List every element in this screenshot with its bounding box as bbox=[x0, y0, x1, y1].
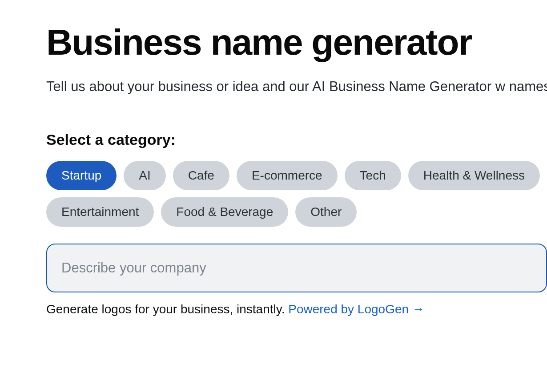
page-title: Business name generator bbox=[46, 22, 547, 62]
page-subtitle: Tell us about your business or idea and … bbox=[46, 76, 547, 98]
category-pill-cafe[interactable]: Cafe bbox=[173, 161, 229, 190]
category-pill-entertainment[interactable]: Entertainment bbox=[46, 197, 154, 227]
category-pills-container: StartupAICafeE-commerceTechHealth & Well… bbox=[46, 161, 547, 227]
category-pill-e-commerce[interactable]: E-commerce bbox=[237, 161, 338, 190]
category-pill-tech[interactable]: Tech bbox=[345, 161, 401, 190]
footer-text-container: Generate logos for your business, instan… bbox=[46, 302, 547, 316]
powered-by-link[interactable]: Powered by LogoGen → bbox=[288, 302, 425, 316]
category-pill-startup[interactable]: Startup bbox=[46, 161, 117, 190]
category-pill-health-wellness[interactable]: Health & Wellness bbox=[408, 161, 540, 190]
category-section-label: Select a category: bbox=[46, 131, 547, 148]
company-description-input[interactable] bbox=[46, 244, 547, 292]
category-pill-other[interactable]: Other bbox=[295, 197, 357, 227]
category-pill-ai[interactable]: AI bbox=[124, 161, 165, 190]
arrow-right-icon: → bbox=[412, 302, 425, 316]
category-pill-food-beverage[interactable]: Food & Beverage bbox=[161, 197, 288, 227]
footer-text: Generate logos for your business, instan… bbox=[46, 302, 288, 316]
